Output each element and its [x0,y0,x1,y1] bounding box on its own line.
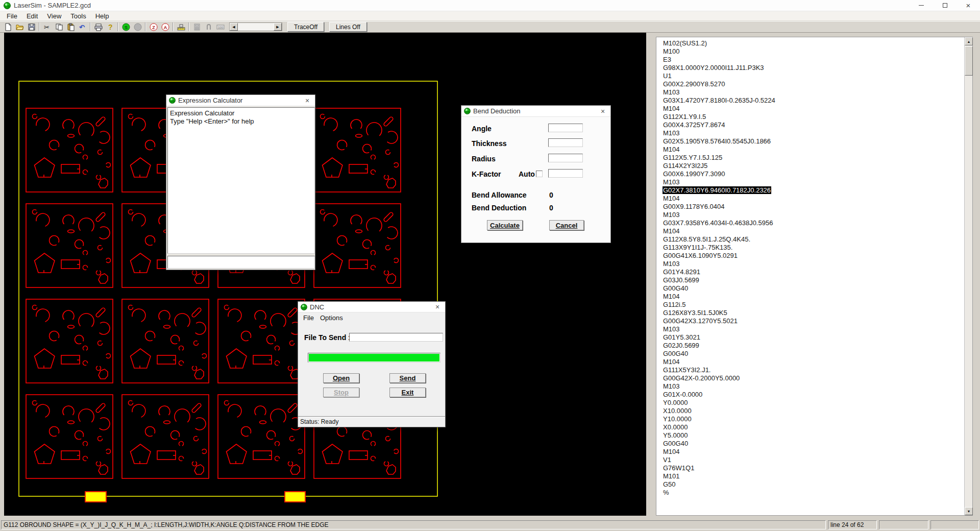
exit-button[interactable]: Exit [389,388,426,397]
angle-field[interactable] [548,124,583,132]
scroll-up-arrow[interactable]: ▲ [965,37,973,45]
titlebar[interactable]: LaserSim - SAMPLE2.gcd × [0,0,980,11]
gcode-line[interactable]: X0.0000 [663,423,964,431]
gcode-line[interactable]: X10.0000 [663,407,964,415]
gcode-line[interactable]: M104 [663,448,964,456]
scrollbar-thumb[interactable] [965,46,973,76]
copy-button[interactable] [53,22,65,32]
gcode-line[interactable]: G50 [663,480,964,489]
gcode-line[interactable]: M100 [663,47,964,56]
gcode-line[interactable]: M104 [663,146,964,154]
gcode-line[interactable]: G00G42X3.1270Y5.5021 [663,317,964,325]
expression-calculator-titlebar[interactable]: Expression Calculator × [166,95,315,106]
slider-right-arrow[interactable]: ▶ [274,23,282,31]
dnc-menu-item-file[interactable]: File [301,314,318,322]
gcode-line[interactable]: M104 [663,227,964,235]
minimize-button[interactable] [910,0,933,11]
file-to-send-field[interactable] [349,333,443,342]
run-simulation-button[interactable]: S [120,22,132,32]
calculate-button[interactable]: Calculate [487,220,523,230]
gcode-line[interactable]: G02X5.1905Y8.5764I0.5545J0.1866 [663,137,964,146]
gcode-line[interactable]: M104 [663,293,964,301]
gcode-line[interactable]: G01Y4.8291 [663,268,964,276]
thickness-field[interactable] [548,138,583,147]
measure-button[interactable] [175,22,187,32]
gcode-line[interactable]: E3 [663,56,964,64]
slider-track[interactable] [238,23,274,31]
open-file-button[interactable] [14,22,26,32]
maximize-button[interactable] [933,0,957,11]
gcode-line[interactable]: M103 [663,88,964,96]
zoom-button[interactable]: Z [148,22,159,32]
stop-simulation-button[interactable] [132,22,143,32]
bend-deduction-titlebar[interactable]: Bend Deduction × [461,106,610,117]
lines-toggle-button[interactable]: Lines Off [329,22,367,32]
gcode-line[interactable]: G112i.5 [663,301,964,309]
close-icon[interactable]: × [300,96,315,105]
pan-button[interactable] [203,22,214,32]
gcode-line[interactable]: G03J0.5699 [663,276,964,284]
gcode-line[interactable]: M103 [663,260,964,268]
scroll-down-arrow[interactable]: ▼ [965,507,973,515]
gcode-line[interactable]: % [663,489,964,497]
stop-button[interactable]: Stop [323,388,359,397]
gcode-line[interactable]: G76W1Q1 [663,464,964,472]
gcode-line[interactable]: G112X8.5Y8.5I1.J.25Q.4K45. [663,235,964,244]
menu-item-view[interactable]: View [42,12,66,20]
close-icon[interactable]: × [595,107,610,115]
radius-field[interactable] [548,154,583,162]
gcode-line[interactable]: G114X2Y3I2J5 [663,162,964,170]
gcode-line[interactable]: G01Y5.3021 [663,333,964,342]
gcode-line[interactable]: G00X4.3725Y7.8674 [663,121,964,129]
gcode-line[interactable]: V1 [663,456,964,464]
gcode-line[interactable]: G03X7.9358Y6.4034I-0.4638J0.5956 [663,219,964,227]
gcode-line[interactable]: M101 [663,472,964,480]
gcode-scrollbar[interactable]: ▲ ▼ [964,37,972,515]
save-file-button[interactable] [26,22,37,32]
help-button[interactable]: ? [104,22,116,32]
menu-item-edit[interactable]: Edit [22,12,42,20]
gcode-line[interactable]: Y0.0000 [663,399,964,407]
gcode-line[interactable]: G03X1.4720Y7.8180I-0.2635J-0.5224 [663,96,964,105]
expression-input[interactable] [167,256,315,269]
kfactor-field[interactable] [548,169,583,178]
gcode-line[interactable]: G112X5.Y7.I.5J.125 [663,154,964,162]
send-button[interactable]: Send [389,373,426,383]
counter-button[interactable]: 100 [214,22,226,32]
trace-toggle-button[interactable]: TraceOff [287,22,324,32]
gcode-line[interactable]: G00X2.2900Y8.5270 [663,80,964,88]
gcode-line[interactable]: G111X5Y3I2.J1. [663,366,964,374]
auto-checkbox[interactable] [536,171,543,177]
gcode-line[interactable]: G00G40 [663,440,964,448]
gcode-line[interactable]: M103 [663,325,964,333]
cancel-button[interactable]: Cancel [549,220,584,230]
gcode-line[interactable]: M102(SUS1.2) [663,39,964,47]
close-icon[interactable]: × [430,303,445,311]
gcode-line[interactable]: G113X9Y1I1J-.75K135. [663,244,964,252]
gcode-line[interactable]: G98X1.0000Y2.0000I11.J11.P3K3 [663,64,964,72]
menu-item-file[interactable]: File [2,12,22,20]
undo-button[interactable]: ↶ [77,22,88,32]
gcode-line[interactable]: G00X9.1178Y6.0404 [663,203,964,211]
gcode-line[interactable]: G00X6.1990Y7.3090 [663,170,964,178]
gcode-line[interactable]: M103 [663,129,964,137]
close-button[interactable]: × [957,0,980,11]
gcode-line[interactable]: M104 [663,358,964,366]
gcode-line[interactable]: G00G41X6.1090Y5.0291 [663,252,964,260]
gcode-line[interactable]: G00G40 [663,350,964,358]
gcode-line[interactable]: G01X-0.0000 [663,391,964,399]
gcode-line[interactable]: M103 [663,178,964,186]
gcode-line[interactable]: M103 [663,382,964,391]
open-button[interactable]: Open [323,373,359,383]
menu-item-help[interactable]: Help [91,12,114,20]
new-file-button[interactable] [2,22,14,32]
gcode-line[interactable]: G00G42X-0.2000Y5.0000 [663,374,964,382]
cut-button[interactable]: ✂ [41,22,53,32]
slider-left-arrow[interactable]: ◀ [230,23,238,31]
gcode-line[interactable]: G112X1.Y9.I.5 [663,113,964,121]
auto-scale-button[interactable]: A [159,22,171,32]
gcode-line[interactable]: G02X7.3810Y6.9460I0.7182J0.2326 [663,186,964,195]
gcode-line[interactable]: Y5.0000 [663,431,964,440]
gcode-line[interactable]: M104 [663,195,964,203]
paste-button[interactable] [65,22,77,32]
